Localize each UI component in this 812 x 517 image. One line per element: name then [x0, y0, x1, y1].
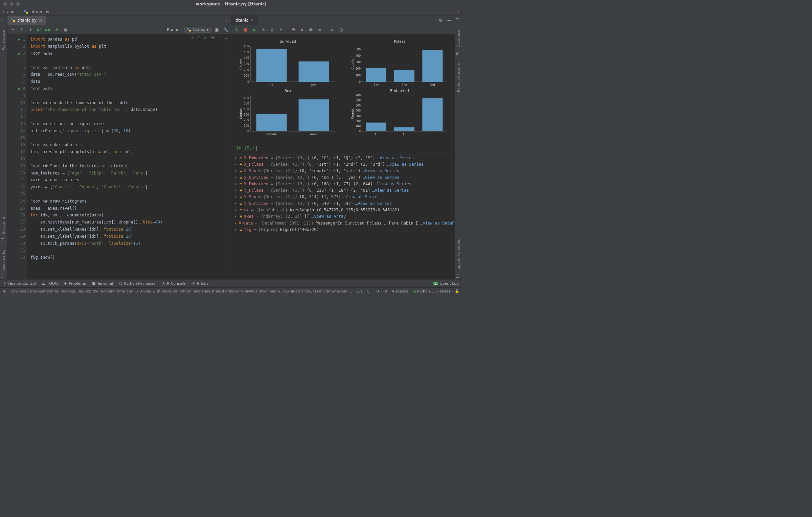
chevron-right-icon[interactable]: › — [234, 194, 238, 199]
view-as-link[interactable]: …View as Series — [343, 194, 380, 199]
gutter-line[interactable]: 20 — [7, 169, 27, 177]
variable-row[interactable]: › ≡ axes = {ndarray: (2, 2)} [[ …View as… — [231, 213, 455, 220]
toggle-output-icon[interactable]: ⇟ — [299, 27, 305, 32]
inspections-widget[interactable]: ⚠ 1 ✔ 16 ⌃ ⌄ — [191, 36, 228, 40]
structure-icon[interactable]: ☰ — [1, 238, 6, 243]
chevron-right-icon[interactable]: › — [234, 188, 238, 193]
editor-tab-active[interactable]: titanic.py × — [7, 16, 46, 25]
gutter-line[interactable]: 29 — [7, 233, 27, 240]
view-as-link[interactable]: …View as DataFrame — [420, 221, 455, 226]
variable-row[interactable]: › ≡ X_Survived = {Series: (2,)} (0, 'no'… — [231, 174, 455, 181]
gutter-line[interactable]: 14 — [7, 127, 27, 134]
code-line[interactable]: "com"># Specify the features of interest — [30, 162, 231, 169]
code-line[interactable] — [30, 247, 231, 254]
gutter-line[interactable]: 13 — [7, 120, 27, 127]
gutter-line[interactable]: 22 — [7, 184, 27, 191]
indent-setting[interactable]: 4 spaces — [392, 289, 408, 293]
move-down-icon[interactable]: ↓ — [28, 27, 33, 32]
gutter-line[interactable]: 24 — [7, 197, 27, 205]
move-up-icon[interactable]: ↑ — [19, 27, 24, 32]
gutter-line[interactable]: 9 — [7, 92, 27, 99]
code-line[interactable]: ax.hist(data[num_features[idx]].dropna()… — [30, 219, 231, 226]
gutter-line[interactable]: 31 — [7, 247, 27, 254]
code-line[interactable]: fig.show() — [30, 254, 231, 261]
chevron-right-icon[interactable]: › — [234, 208, 238, 212]
gutter-line[interactable]: 4 — [7, 57, 27, 64]
gutter-line[interactable]: 32 — [7, 254, 27, 261]
run-target-select[interactable]: titanic ▾ — [184, 27, 211, 33]
code-line[interactable] — [30, 113, 231, 120]
todo-tool[interactable]: ☰TODO — [42, 281, 58, 286]
code-line[interactable]: plt.rcParams['figure.figsize'] = (20, 10… — [30, 127, 231, 134]
chevron-right-icon[interactable]: › — [234, 221, 236, 226]
open-in-new-icon[interactable]: ↗ — [456, 9, 459, 14]
code-line[interactable] — [30, 57, 231, 64]
gutter-line[interactable]: 5 — [7, 64, 27, 71]
gutter-line[interactable]: 17 — [7, 148, 27, 156]
variable-row[interactable]: › ≡ X_Pclass = {Series: (3,)} (0, '1st')… — [231, 161, 455, 167]
code-line[interactable]: ax.set_xlabel(xaxes[idx], fontsize=20) — [30, 226, 231, 233]
print-icon[interactable]: 🖶 — [308, 27, 314, 32]
variable-row[interactable]: › ≡ data = {DataFrame: (891, 12)} Passen… — [231, 220, 455, 226]
close-window-icon[interactable] — [3, 2, 7, 6]
notification-icon[interactable]: ▣ — [3, 289, 6, 293]
gutter-line[interactable]: 26 — [7, 212, 27, 219]
terminal-tool[interactable]: ▣Terminal — [92, 281, 113, 286]
code-line[interactable]: axes = axes.ravel() — [30, 205, 231, 212]
chevron-right-icon[interactable]: › — [234, 227, 238, 232]
wrench-icon[interactable]: 🔧 — [223, 27, 228, 32]
gutter-line[interactable]: 12 — [7, 113, 27, 120]
gutter-line[interactable]: ▶8 — [7, 85, 27, 92]
caret-position[interactable]: 1:1 — [357, 289, 363, 293]
close-tab-icon[interactable]: × — [39, 18, 43, 23]
code-editor[interactable]: ▶12▶34567▶891011121314151617181920212223… — [7, 34, 231, 279]
code-line[interactable]: num_features = ['Age', 'SibSp', 'Parch',… — [30, 169, 231, 177]
code-line[interactable]: data — [30, 78, 231, 85]
gutter-line[interactable]: 28 — [7, 226, 27, 233]
bookmarks-tool[interactable]: Bookmarks — [1, 250, 6, 271]
stop-icon[interactable]: ■ — [243, 27, 248, 32]
gutter-line[interactable]: 30 — [7, 240, 27, 247]
code-line[interactable]: "com"># set up the figure size — [30, 120, 231, 127]
view-as-link[interactable]: …View as Array — [312, 214, 346, 219]
view-as-link[interactable]: …View as Series — [355, 201, 392, 206]
chevron-right-icon[interactable]: › — [234, 175, 238, 180]
python-console-tool[interactable]: Python Console — [456, 63, 461, 92]
gear-small-icon[interactable]: ⚙ — [269, 27, 275, 32]
zoom-window-icon[interactable] — [16, 2, 20, 6]
view-as-link[interactable]: …View as Series — [377, 156, 414, 160]
variable-row[interactable]: › ≡ X_Sex = {Series: (2,)} (0, 'female')… — [231, 168, 455, 174]
breadcrumb-project[interactable]: titanic — [3, 9, 16, 14]
code-line[interactable]: print("The dimension of the table is: ",… — [30, 106, 231, 113]
minimize-icon[interactable]: — — [447, 18, 452, 23]
vcs-tool[interactable]: ᛘVersion Control — [3, 281, 36, 286]
variable-row[interactable]: › ≡ Y_Embarked = {Series: (3,)} (0, 168)… — [231, 181, 455, 187]
gear-icon[interactable]: ⚙ — [438, 18, 443, 23]
notebook-tab-active[interactable]: titanic × — [231, 16, 258, 25]
variable-row[interactable]: › ≡ Y_Sex = {Series: (2,)} (0, 314) (1, … — [231, 194, 455, 200]
view-as-link[interactable]: …View as Series — [363, 168, 399, 173]
gutter-line[interactable]: 15 — [7, 134, 27, 141]
chevron-right-icon[interactable]: › — [234, 214, 238, 219]
lock-icon[interactable]: 🔒 — [455, 289, 459, 293]
code-line[interactable]: "com"># make subplots — [30, 141, 231, 148]
variable-row[interactable]: › ≡ Y_Pclass = {Series: (3,)} (0, 216) (… — [231, 187, 455, 193]
variable-row[interactable]: › ≡ ax = {AxesSubplot} AxesSubplot(0.547… — [231, 207, 455, 213]
file-encoding[interactable]: UTF-8 — [376, 289, 387, 293]
run-cell-icon[interactable]: ▶ⵊ — [37, 27, 42, 32]
variable-row[interactable]: › ≡ Y_Survived = {Series: (2,)} (0, 549)… — [231, 200, 455, 207]
chevron-right-icon[interactable]: › — [234, 168, 238, 173]
run-all-icon[interactable]: ▶▶ — [45, 27, 51, 32]
variable-row[interactable]: › ≡ X_Embarked = {Series: (3,)} (0, 'C')… — [231, 155, 455, 161]
jupyter-vars-tool[interactable]: Jupyter Variables — [456, 239, 461, 271]
code-line[interactable]: "com"># draw histograms — [30, 197, 231, 205]
view-as-link[interactable]: …View as Series — [372, 188, 409, 193]
gutter-line[interactable]: 11 — [7, 106, 27, 113]
chevron-right-icon[interactable]: › — [234, 201, 238, 206]
view-as-link[interactable]: …View as Series — [375, 182, 411, 186]
database-icon[interactable]: ☰ — [456, 18, 461, 23]
folder-icon[interactable]: ▢ — [1, 18, 6, 23]
status-message[interactable]: Download pre-built shared indexes: Reduc… — [10, 289, 352, 293]
breadcrumb-file[interactable]: titanic.py — [30, 9, 49, 14]
gutter[interactable]: ▶12▶34567▶891011121314151617181920212223… — [7, 34, 27, 279]
